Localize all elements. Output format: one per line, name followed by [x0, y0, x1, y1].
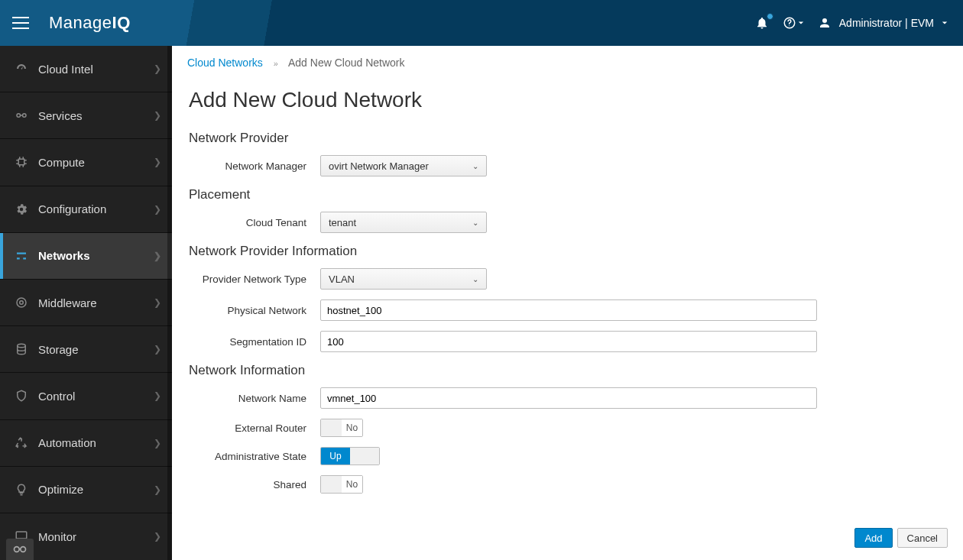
sidebar-item-label: Configuration [38, 202, 106, 215]
section-provider-info: Network Provider Information [189, 244, 946, 259]
help-button[interactable] [783, 16, 804, 30]
cloud-tenant-value: tenant [329, 217, 356, 228]
glasses-icon [12, 545, 28, 554]
section-network-provider: Network Provider [189, 131, 946, 146]
chevron-right-icon: ❯ [154, 251, 161, 261]
network-manager-select[interactable]: ovirt Network Manager ⌄ [320, 155, 487, 176]
user-menu[interactable]: Administrator | EVM [818, 16, 948, 30]
shared-toggle[interactable]: No [320, 475, 363, 494]
sidebar-item-networks[interactable]: Networks ❯ [0, 233, 172, 280]
lightbulb-icon [11, 483, 32, 497]
add-button[interactable]: Add [854, 528, 892, 548]
app-name-light: Manage [49, 13, 112, 32]
main: Cloud Networks » Add New Cloud Network A… [172, 46, 963, 560]
svg-rect-4 [18, 160, 24, 166]
footer-actions: Add Cancel [172, 519, 963, 560]
label-cloud-tenant: Cloud Tenant [189, 217, 320, 228]
sidebar-item-label: Optimize [38, 483, 83, 496]
toggle-label: Up [321, 448, 350, 465]
label-segmentation-id: Segmentation ID [189, 336, 320, 348]
section-placement: Placement [189, 187, 946, 202]
shield-icon [11, 389, 32, 403]
svg-point-5 [20, 301, 24, 305]
breadcrumb-parent-link[interactable]: Cloud Networks [187, 57, 263, 69]
chevron-down-icon: ⌄ [472, 218, 478, 227]
sidebar-item-control[interactable]: Control ❯ [0, 373, 172, 419]
page-title: Add New Cloud Network [189, 88, 946, 112]
sidebar-item-label: Automation [38, 436, 96, 449]
svg-point-9 [15, 547, 20, 552]
external-router-toggle[interactable]: No [320, 419, 363, 437]
svg-point-6 [17, 298, 26, 307]
sidebar-item-configuration[interactable]: Configuration ❯ [0, 186, 172, 233]
chevron-right-icon: ❯ [154, 204, 161, 215]
menu-toggle-button[interactable] [12, 11, 35, 34]
sidebar-item-label: Cloud Intel [38, 63, 93, 76]
label-provider-network-type: Provider Network Type [189, 274, 320, 285]
middleware-icon [11, 296, 32, 309]
chevron-right-icon: ❯ [154, 157, 161, 167]
dashboard-icon [11, 62, 32, 76]
sidebar-item-optimize[interactable]: Optimize ❯ [0, 467, 172, 513]
chevron-right-icon: ❯ [154, 438, 161, 448]
sidebar-item-label: Middleware [38, 296, 97, 309]
segmentation-id-input[interactable] [320, 331, 817, 352]
cpu-icon [11, 155, 32, 169]
sidebar-collapse-button[interactable] [6, 539, 34, 560]
section-network-info: Network Information [189, 363, 946, 378]
sidebar-item-compute[interactable]: Compute ❯ [0, 139, 172, 186]
svg-point-10 [21, 547, 26, 552]
svg-point-2 [17, 114, 21, 118]
admin-state-toggle[interactable]: Up [320, 447, 380, 465]
chevron-down-icon: ⌄ [472, 162, 478, 170]
user-display: Administrator | EVM [839, 17, 934, 29]
svg-point-1 [789, 25, 790, 26]
cloud-tenant-select[interactable]: tenant ⌄ [320, 212, 487, 233]
toggle-label: No [342, 419, 362, 436]
label-network-manager: Network Manager [189, 160, 320, 172]
chevron-right-icon: ❯ [154, 110, 161, 121]
breadcrumb-separator: » [274, 59, 278, 68]
chevron-right-icon: ❯ [154, 390, 161, 401]
label-external-router: External Router [189, 422, 320, 434]
label-network-name: Network Name [189, 393, 320, 404]
database-icon [11, 342, 32, 356]
sidebar: Cloud Intel ❯ Services ❯ Compute ❯ Confi… [0, 46, 172, 560]
sidebar-item-label: Networks [38, 249, 90, 262]
sidebar-item-storage[interactable]: Storage ❯ [0, 326, 172, 373]
chevron-down-icon [942, 20, 948, 26]
provider-network-type-select[interactable]: VLAN ⌄ [320, 268, 487, 290]
svg-point-7 [18, 344, 26, 348]
sidebar-item-middleware[interactable]: Middleware ❯ [0, 280, 172, 326]
label-admin-state: Administrative State [189, 451, 320, 462]
chevron-down-icon [798, 20, 804, 26]
network-name-input[interactable] [320, 387, 817, 409]
recycle-icon [11, 436, 32, 450]
toggle-label: No [342, 476, 362, 493]
sidebar-item-automation[interactable]: Automation ❯ [0, 420, 172, 467]
label-shared: Shared [189, 479, 320, 490]
sidebar-item-label: Storage [38, 343, 79, 356]
network-icon [11, 249, 32, 263]
breadcrumb: Cloud Networks » Add New Cloud Network [172, 46, 963, 80]
sidebar-item-cloud-intel[interactable]: Cloud Intel ❯ [0, 46, 172, 92]
chevron-right-icon: ❯ [154, 531, 161, 542]
app-name-bold: IQ [112, 13, 131, 32]
cancel-button[interactable]: Cancel [897, 528, 948, 548]
sidebar-item-label: Services [38, 109, 83, 122]
breadcrumb-current: Add New Cloud Network [288, 57, 405, 69]
sidebar-item-services[interactable]: Services ❯ [0, 92, 172, 139]
svg-point-3 [23, 114, 27, 118]
label-physical-network: Physical Network [189, 305, 320, 316]
chevron-right-icon: ❯ [154, 344, 161, 354]
services-icon [11, 108, 32, 122]
notifications-button[interactable] [755, 16, 769, 30]
chevron-right-icon: ❯ [154, 297, 161, 308]
chevron-right-icon: ❯ [154, 484, 161, 495]
network-manager-value: ovirt Network Manager [329, 160, 429, 172]
physical-network-input[interactable] [320, 299, 817, 321]
chevron-right-icon: ❯ [154, 63, 161, 74]
help-icon [783, 16, 796, 30]
sidebar-item-label: Control [38, 390, 75, 403]
chevron-down-icon: ⌄ [472, 275, 478, 283]
